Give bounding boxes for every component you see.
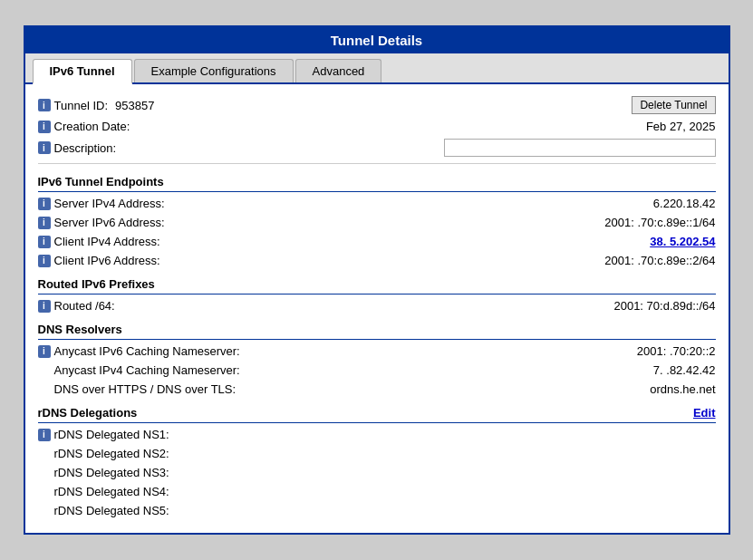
- routed-section-header: Routed IPv6 Prefixes: [38, 270, 716, 294]
- rdns-ns5-label: rDNS Delegated NS5:: [54, 504, 169, 517]
- client-ipv4-value: 38. 5.202.54: [160, 235, 716, 248]
- description-input[interactable]: [444, 139, 716, 157]
- tunnel-id-value: 953857: [115, 99, 154, 112]
- rdns-ns1-info-icon[interactable]: i: [38, 429, 51, 441]
- server-ipv6-info-icon[interactable]: i: [38, 217, 51, 229]
- description-row: i Description:: [38, 136, 716, 159]
- routed64-row: i Routed /64: 2001: 70:d.89d::/64: [38, 296, 716, 315]
- rdns-ns3-label: rDNS Delegated NS3:: [54, 466, 169, 479]
- tab-example-configurations[interactable]: Example Configurations: [134, 59, 294, 82]
- anycast-ipv6-value: 2001: .70:20::2: [240, 344, 716, 358]
- anycast-ipv4-label: Anycast IPv4 Caching Nameserver:: [54, 363, 240, 377]
- creation-date-row: i Creation Date: Feb 27, 2025: [38, 117, 716, 136]
- description-input-wrapper: [116, 139, 715, 157]
- anycast-ipv6-row: i Anycast IPv6 Caching Nameserver: 2001:…: [38, 342, 716, 361]
- dns-section-header: DNS Resolvers: [38, 315, 716, 340]
- endpoints-section-header: IPv6 Tunnel Endpoints: [38, 168, 716, 192]
- rdns-ns3-row: rDNS Delegated NS3:: [38, 463, 716, 482]
- rdns-section-title: rDNS Delegations: [38, 406, 138, 420]
- client-ipv4-link[interactable]: 38. 5.202.54: [650, 235, 715, 248]
- dns-https-value: ordns.he.net: [236, 382, 715, 396]
- server-ipv6-label: Server IPv6 Address:: [54, 216, 165, 229]
- server-ipv6-value: 2001: .70:c.89e::1/64: [165, 216, 716, 229]
- description-info-icon[interactable]: i: [38, 141, 51, 154]
- client-ipv4-row: i Client IPv4 Address: 38. 5.202.54: [38, 232, 716, 251]
- creation-date-label-group: i Creation Date:: [38, 120, 130, 133]
- rdns-ns1-row: i rDNS Delegated NS1:: [38, 425, 716, 444]
- routed64-label: Routed /64:: [54, 299, 115, 313]
- rdns-ns4-row: rDNS Delegated NS4:: [38, 482, 716, 501]
- routed64-info-icon[interactable]: i: [38, 300, 51, 313]
- anycast-ipv4-value: 7. .82.42.42: [240, 363, 716, 377]
- client-ipv6-value: 2001: .70:c.89e::2/64: [160, 254, 716, 267]
- tab-content: i Tunnel ID: 953857 Delete Tunnel i Crea…: [25, 84, 729, 533]
- anycast-ipv6-label: Anycast IPv6 Caching Nameserver:: [54, 344, 240, 358]
- client-ipv6-label: Client IPv6 Address:: [54, 254, 160, 267]
- creation-date-info-icon[interactable]: i: [38, 121, 51, 133]
- anycast-ipv6-info-icon[interactable]: i: [38, 345, 51, 358]
- tunnel-details-panel: Tunnel Details IPv6 Tunnel Example Confi…: [24, 25, 730, 535]
- anycast-ipv4-row: Anycast IPv4 Caching Nameserver: 7. .82.…: [38, 361, 716, 380]
- creation-date-label: Creation Date:: [54, 120, 130, 133]
- tunnel-id-label: Tunnel ID:: [54, 99, 109, 112]
- description-label: Description:: [54, 141, 117, 155]
- rdns-section-header-row: rDNS Delegations Edit: [38, 399, 716, 423]
- routed64-value: 2001: 70:d.89d::/64: [115, 299, 716, 313]
- tunnel-id-label-group: i Tunnel ID: 953857: [38, 99, 155, 112]
- client-ipv4-info-icon[interactable]: i: [38, 236, 51, 248]
- separator-1: [38, 163, 716, 164]
- creation-date-value: Feb 27, 2025: [130, 120, 715, 133]
- tab-ipv6-tunnel[interactable]: IPv6 Tunnel: [33, 59, 132, 84]
- rdns-ns1-label: rDNS Delegated NS1:: [54, 428, 169, 441]
- client-ipv4-label: Client IPv4 Address:: [54, 235, 160, 248]
- delete-tunnel-button[interactable]: Delete Tunnel: [632, 96, 715, 114]
- rdns-edit-link[interactable]: Edit: [693, 406, 716, 420]
- dns-https-row: DNS over HTTPS / DNS over TLS: ordns.he.…: [38, 380, 716, 399]
- panel-title: Tunnel Details: [25, 27, 729, 53]
- server-ipv4-info-icon[interactable]: i: [38, 198, 51, 210]
- client-ipv6-info-icon[interactable]: i: [38, 255, 51, 267]
- server-ipv4-value: 6.220.18.42: [165, 197, 716, 210]
- description-label-group: i Description:: [38, 141, 117, 155]
- dns-https-label: DNS over HTTPS / DNS over TLS:: [54, 382, 237, 396]
- rdns-ns5-row: rDNS Delegated NS5:: [38, 501, 716, 520]
- server-ipv4-row: i Server IPv4 Address: 6.220.18.42: [38, 194, 716, 213]
- rdns-ns2-row: rDNS Delegated NS2:: [38, 444, 716, 463]
- server-ipv6-row: i Server IPv6 Address: 2001: .70:c.89e::…: [38, 213, 716, 232]
- rdns-ns4-label: rDNS Delegated NS4:: [54, 485, 169, 498]
- tunnel-id-info-icon[interactable]: i: [38, 99, 51, 111]
- tab-advanced[interactable]: Advanced: [295, 59, 382, 82]
- tab-bar: IPv6 Tunnel Example Configurations Advan…: [25, 53, 729, 84]
- tunnel-id-row: i Tunnel ID: 953857 Delete Tunnel: [38, 93, 716, 117]
- client-ipv6-row: i Client IPv6 Address: 2001: .70:c.89e::…: [38, 251, 716, 270]
- rdns-ns2-label: rDNS Delegated NS2:: [54, 447, 169, 460]
- server-ipv4-label: Server IPv4 Address:: [54, 197, 165, 210]
